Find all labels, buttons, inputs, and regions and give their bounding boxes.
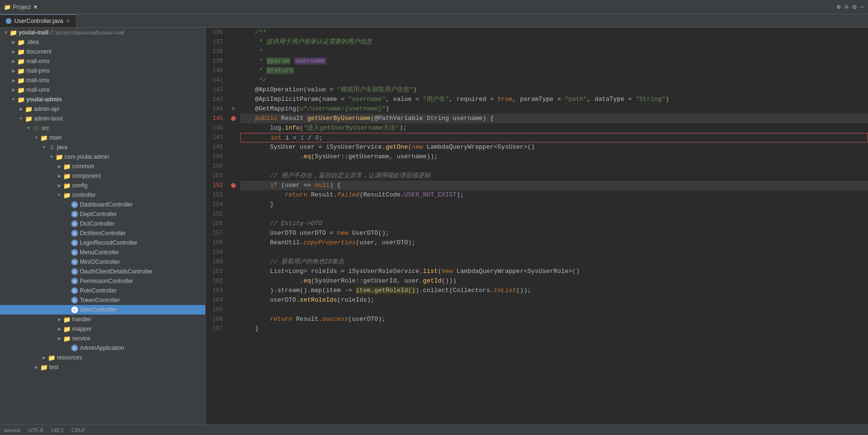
sidebar-item-document[interactable]: ▶ 📁 document: [0, 47, 205, 56]
tree-arrow: ▶: [10, 87, 17, 92]
sidebar-item-config[interactable]: ▶ 📁 config: [0, 181, 205, 190]
tree-arrow: ▶: [10, 78, 17, 83]
sidebar-item-admin-api[interactable]: ▶ 📁 admin-api: [0, 104, 205, 114]
tree-arrow: ▼: [10, 97, 17, 102]
sidebar-item-mapper[interactable]: ▶ 📁 mapper: [0, 324, 205, 334]
project-text: Project: [13, 4, 31, 11]
controller-icon: C: [71, 296, 78, 304]
sidebar-label: service: [72, 335, 90, 342]
controller-icon: C: [71, 239, 78, 247]
minimize-icon[interactable]: ─: [860, 3, 864, 11]
sidebar-item-resources[interactable]: ▶ 📁 resources: [0, 353, 205, 362]
sidebar-item-mall-sms[interactable]: ▶ 📁 mall-sms: [0, 76, 205, 85]
folder-icon: 📁: [17, 38, 25, 46]
tree-arrow: ▶: [55, 174, 63, 178]
sidebar[interactable]: ▼ 📁 youlai-mall C:\projects\java\mall\yo…: [0, 28, 206, 424]
code-line-149: .eq(SysUser::getUsername, username));: [240, 152, 868, 162]
code-line-166: return Result.success(userDTO);: [240, 315, 868, 324]
sidebar-item-user-controller[interactable]: C UserController: [0, 305, 205, 315]
sidebar-item-com-youlai-admin[interactable]: ▼ 📁 com.youlai.admin: [0, 152, 205, 162]
code-line-152: if (user == null) {: [240, 181, 868, 190]
sidebar-label: PermissionController: [80, 278, 133, 284]
tab-file-icon: [6, 18, 11, 24]
sidebar-item-java[interactable]: ▼ J java: [0, 142, 205, 152]
folder-icon: 📁: [25, 105, 33, 113]
sidebar-label: resources: [57, 354, 82, 361]
sidebar-item-loginrecord-controller[interactable]: C LoginRecordController: [0, 238, 205, 248]
add-icon[interactable]: ⊕: [836, 3, 840, 11]
sidebar-item-dashboard-controller[interactable]: C DashboardController: [0, 200, 205, 209]
sidebar-item-component[interactable]: ▶ 📁 component: [0, 171, 205, 181]
code-editor[interactable]: 136 137 138 139 140 141 142 143 144 145 …: [206, 28, 868, 424]
sidebar-label: mall-pms: [26, 67, 50, 74]
folder-icon: 📁: [63, 325, 71, 333]
sidebar-label: OauthClientDetailsController: [80, 268, 153, 275]
sidebar-label: document: [26, 48, 52, 55]
sidebar-item-role-controller[interactable]: C RoleController: [0, 286, 205, 295]
sidebar-item-admin-application[interactable]: C AdminApplication: [0, 343, 205, 353]
breakpoint-145[interactable]: [231, 116, 236, 121]
sidebar-item-menu-controller[interactable]: C MenuController: [0, 248, 205, 257]
sidebar-item-mall-pms[interactable]: ▶ 📁 mall-pms: [0, 66, 205, 76]
sidebar-label: youlai-mall C:\projects\java\mall\youlai…: [19, 29, 124, 36]
sidebar-item-main[interactable]: ▼ 📁 main: [0, 133, 205, 142]
status-bar: service UTF-8 145:1 CRLF: [0, 424, 868, 435]
sidebar-item-admin-boot[interactable]: ▼ 📁 admin-boot: [0, 114, 205, 123]
tab-close-button[interactable]: ✕: [66, 18, 70, 24]
sidebar-item-test[interactable]: ▶ 📁 test: [0, 362, 205, 372]
sidebar-item-permission-controller[interactable]: C PermissionController: [0, 276, 205, 286]
sidebar-item-mall-ums[interactable]: ▶ 📁 mall-ums: [0, 85, 205, 95]
folder-icon: 📁: [17, 96, 25, 103]
folder-icon: 📁: [63, 335, 71, 342]
controller-icon: C: [71, 210, 78, 218]
tree-arrow: ▶: [10, 40, 17, 44]
sidebar-item-handler[interactable]: ▶ 📁 handler: [0, 315, 205, 324]
sidebar-item-minio-controller[interactable]: C MinIOController: [0, 257, 205, 267]
sidebar-item-dept-controller[interactable]: C DeptController: [0, 209, 205, 219]
breakpoint-152[interactable]: [231, 183, 236, 188]
code-line-143: @ApiImplicitParam(name = "username", val…: [240, 95, 868, 104]
sidebar-item-youlai-mall[interactable]: ▼ 📁 youlai-mall C:\projects\java\mall\yo…: [0, 28, 205, 37]
sidebar-item-controller[interactable]: ▼ 📁 controller: [0, 190, 205, 200]
code-content[interactable]: /** * 提供用于用户登录认证需要的用户信息 * * @param usern…: [238, 28, 868, 424]
src-icon: ⬡: [33, 124, 40, 132]
sidebar-item-oauthclient-controller[interactable]: C OauthClientDetailsController: [0, 267, 205, 276]
sidebar-item-dict-controller[interactable]: C DictController: [0, 219, 205, 228]
tab-label: UserController.java: [14, 18, 63, 24]
tree-arrow: ▶: [55, 164, 63, 169]
title-bar-actions: ⊕ ≡ ⚙ ─: [836, 3, 864, 11]
sidebar-item-youlai-admin[interactable]: ▼ 📁 youlai-admin: [0, 95, 205, 104]
sidebar-label: mapper: [72, 326, 92, 332]
sidebar-item-service[interactable]: ▶ 📁 service: [0, 334, 205, 343]
settings-icon[interactable]: ⚙: [852, 3, 856, 11]
folder-icon: 📁: [40, 134, 48, 141]
layout-icon[interactable]: ≡: [845, 3, 848, 11]
sidebar-item-idea[interactable]: ▶ 📁 .idea: [0, 37, 205, 47]
sidebar-label: RoleController: [80, 287, 117, 294]
sidebar-item-token-controller[interactable]: C TokenController: [0, 295, 205, 305]
sidebar-item-src[interactable]: ▼ ⬡ src: [0, 123, 205, 133]
code-line-157: UserDTO userDTO = new UserDTO();: [240, 228, 868, 238]
tree-arrow: ▶: [55, 336, 63, 341]
status-service: service: [4, 427, 21, 433]
code-line-137: * 提供用于用户登录认证需要的用户信息: [240, 37, 868, 47]
tree-arrow: ▼: [2, 30, 10, 35]
code-line-158: BeanUtil.copyProperties(user, userDTO);: [240, 238, 868, 248]
tree-arrow: ▼: [33, 135, 40, 140]
sidebar-item-mall-oms[interactable]: ▶ 📁 mall-oms: [0, 56, 205, 66]
tree-arrow: ▼: [17, 116, 25, 121]
dropdown-arrow[interactable]: ▼: [33, 4, 38, 11]
code-line-155: [240, 209, 868, 219]
project-label[interactable]: 📁 Project ▼: [4, 4, 38, 11]
sidebar-item-dictitem-controller[interactable]: C DictItemController: [0, 228, 205, 238]
folder-icon: 📁: [17, 67, 25, 75]
sidebar-item-common[interactable]: ▶ 📁 common: [0, 162, 205, 171]
folder-icon: 📁: [55, 153, 63, 161]
sidebar-label: UserController: [80, 306, 117, 313]
sidebar-label: DeptController: [80, 211, 117, 218]
tab-usercontroller[interactable]: UserController.java ✕: [0, 14, 77, 27]
tree-arrow: ▼: [55, 193, 63, 197]
sidebar-label: MenuController: [80, 249, 119, 256]
controller-icon: C: [71, 344, 78, 352]
tree-arrow: ▶: [17, 107, 25, 111]
